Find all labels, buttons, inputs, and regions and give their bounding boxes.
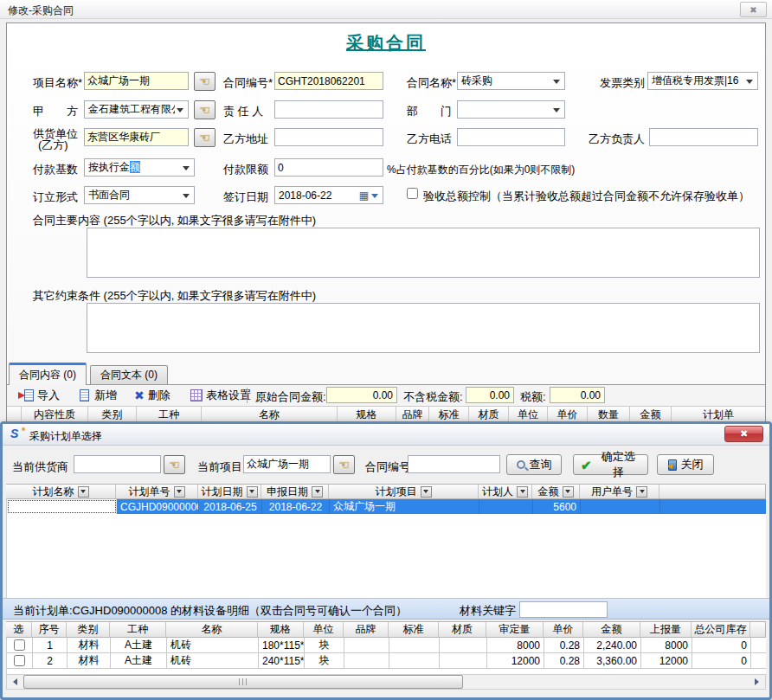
dialog-contract-no-input[interactable]	[408, 455, 500, 473]
confirm-select-button[interactable]: ✔ 确定选择	[573, 454, 648, 475]
current-supplier-input[interactable]	[74, 455, 161, 473]
chevron-down-icon	[183, 194, 190, 202]
original-amount-field[interactable]: 0.00	[326, 387, 397, 403]
tax-amount-field[interactable]: 0.00	[550, 387, 605, 403]
detail-header-seq: 序号	[32, 622, 67, 637]
party-b-manager-input[interactable]	[649, 128, 758, 146]
grid-header-plan-name: 计划名称	[6, 485, 116, 498]
query-label: 查询	[530, 457, 552, 472]
dialog-title: 采购计划单选择	[29, 429, 102, 444]
detail-header-hq-stock: 总公司库存	[692, 622, 750, 637]
scroll-left-button[interactable]	[7, 675, 22, 689]
payment-base-label: 付款基数	[33, 162, 78, 177]
table-settings-button[interactable]: 表格设置	[190, 388, 251, 403]
acceptance-control-checkbox[interactable]	[407, 188, 418, 199]
filter-button[interactable]	[174, 486, 185, 498]
excl-tax-amount-label: 不含税金额:	[403, 389, 463, 405]
filter-button[interactable]	[312, 486, 323, 498]
hand-picker-icon: ☜	[199, 104, 210, 116]
detail-row-1[interactable]: 1 材料 A土建 机砖 180*115* 块 8000 0.28 2,240.0…	[7, 638, 766, 653]
party-a-picker-button[interactable]: ☜	[194, 100, 216, 119]
plan-row-selected[interactable]: CGJHD090000008 2018-06-25 2018-06-22 众城广…	[7, 499, 766, 514]
filter-button[interactable]	[421, 486, 432, 498]
exit-door-icon	[668, 459, 677, 471]
other-terms-textarea[interactable]	[87, 303, 760, 353]
invoice-type-combo[interactable]: 增值税专用发票|16	[647, 72, 758, 90]
detail-header-amount: 金额	[583, 622, 640, 637]
filter-button[interactable]	[563, 486, 574, 498]
supplier-picker-button[interactable]: ☜	[194, 128, 216, 147]
chevron-down-icon	[746, 80, 753, 87]
tab-contract-content[interactable]: 合同内容 (0)	[9, 363, 87, 385]
scrollbar-thumb[interactable]	[23, 675, 463, 689]
calendar-icon: ▦	[359, 189, 369, 202]
sign-date-field[interactable]: 2018-06-22 ▦	[274, 186, 383, 204]
cell-report-date: 2018-06-22	[262, 499, 330, 514]
close-icon: ✖	[740, 428, 748, 440]
query-button[interactable]: 查询	[506, 454, 562, 475]
supplier-input[interactable]	[84, 128, 189, 146]
project-name-input[interactable]	[84, 72, 189, 90]
responsible-input[interactable]	[274, 100, 383, 119]
filter-button[interactable]	[78, 486, 89, 498]
project-picker-button[interactable]: ☜	[194, 72, 216, 91]
app-canvas: 修改-采购合同 ✖ 采购合同 项目名称* ☜ 合同编号* 合同名称* 砖采购 发…	[0, 0, 772, 700]
filter-button[interactable]	[247, 486, 258, 498]
detail-header-unit-price: 单价	[544, 622, 583, 637]
cell-hq-stock: 0	[692, 638, 751, 652]
scrollbar-track[interactable]	[22, 675, 750, 689]
invoice-type-label: 发票类别	[600, 75, 645, 91]
cell-user-no	[581, 499, 660, 514]
detail-grid-header: 选 序号 类别 工种 名称 规格 单位 品牌 标准 材质 审定量 单价 金额 上…	[6, 621, 766, 638]
import-button[interactable]: 导入	[19, 388, 60, 403]
header-trade: 工种	[137, 407, 202, 422]
payment-limit-note: %占付款基数的百分比(如果为0则不限制)	[387, 163, 575, 177]
main-close-button[interactable]: ✖	[740, 2, 767, 17]
header-amount: 金额	[630, 407, 672, 422]
contract-name-combo[interactable]: 砖采购	[457, 72, 565, 90]
material-keyword-input[interactable]	[519, 601, 608, 618]
payment-base-combo[interactable]: 按执行金额	[84, 158, 195, 177]
detail-row-2[interactable]: 2 材料 A土建 机砖 240*115* 块 12000 0.28 3,360.…	[7, 653, 766, 669]
department-combo[interactable]	[457, 100, 565, 119]
filter-button[interactable]	[636, 486, 647, 498]
detail-header-brand: 品牌	[344, 622, 389, 637]
excl-tax-amount-field[interactable]: 0.00	[466, 387, 514, 403]
current-project-input[interactable]	[243, 455, 331, 473]
header-quantity: 数量	[588, 407, 630, 422]
row-select-checkbox[interactable]	[14, 639, 25, 651]
grid-header-plan-date: 计划日期	[198, 485, 261, 498]
party-b-address-input[interactable]	[274, 128, 383, 146]
payment-limit-input[interactable]	[274, 158, 383, 177]
party-a-combo[interactable]: 金石建筑工程有限公	[84, 100, 189, 119]
add-button[interactable]: 新增	[76, 388, 117, 403]
supplier-label-line2: (乙方)	[38, 138, 68, 153]
detail-header-reported-qty: 上报量	[640, 622, 692, 637]
supplier-picker-button[interactable]: ☜	[164, 455, 185, 474]
main-content-textarea[interactable]	[87, 228, 760, 278]
tab-contract-text[interactable]: 合同文本 (0)	[90, 365, 168, 384]
contract-form-value: 书面合同	[88, 188, 181, 202]
cell-seq: 2	[33, 653, 68, 668]
party-b-phone-input[interactable]	[457, 128, 565, 146]
dialog-close-button[interactable]: ✖	[724, 426, 763, 442]
detail-header-name: 名称	[166, 622, 258, 637]
delete-button[interactable]: ✖ 删除	[134, 388, 170, 403]
original-amount-label: 原始合同金额:	[255, 389, 326, 405]
contract-form-combo[interactable]: 书面合同	[84, 186, 195, 204]
sign-date-label: 签订日期	[223, 189, 268, 205]
chevron-down-icon	[371, 194, 378, 202]
contract-name-value: 砖采购	[461, 74, 551, 88]
project-picker-button[interactable]: ☜	[333, 455, 355, 474]
contract-no-input[interactable]	[274, 72, 383, 90]
cell-name: 机砖	[167, 638, 259, 652]
grid-header-planner: 计划人	[479, 485, 532, 498]
row-select-cell	[7, 638, 33, 652]
scroll-right-button[interactable]	[750, 675, 765, 689]
party-a-label: 甲 方	[33, 104, 78, 119]
row-select-checkbox[interactable]	[14, 655, 25, 666]
close-dialog-button[interactable]: 关闭	[657, 454, 714, 475]
filter-button[interactable]	[517, 486, 528, 498]
cell-seq: 1	[33, 638, 68, 652]
horizontal-scrollbar[interactable]	[6, 674, 766, 690]
